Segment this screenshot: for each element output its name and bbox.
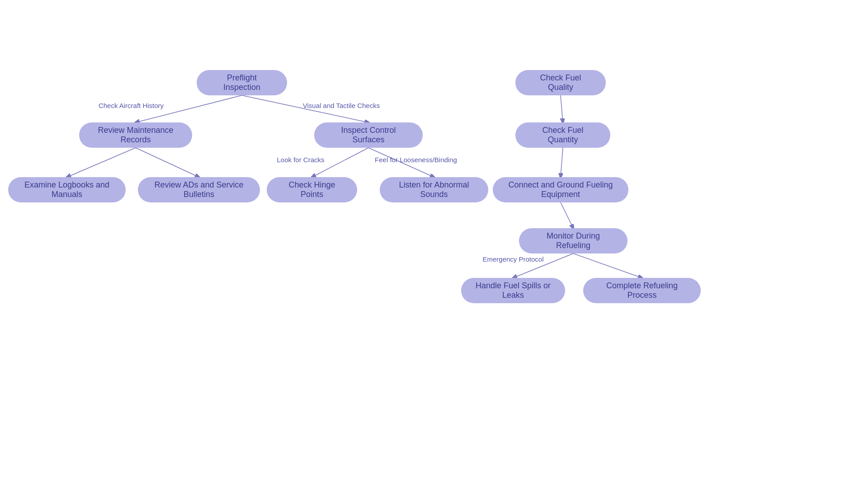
node-check-fuel-quality[interactable]: Check Fuel Quality [515, 70, 606, 95]
node-preflight[interactable]: Preflight Inspection [197, 70, 287, 95]
node-check-fuel-qty[interactable]: Check Fuel Quantity [515, 122, 610, 148]
node-listen-sounds[interactable]: Listen for Abnormal Sounds [380, 177, 488, 202]
svg-line-2 [67, 148, 136, 177]
node-review-ads[interactable]: Review ADs and Service Bulletins [138, 177, 260, 202]
label-visual-tactile: Visual and Tactile Checks [296, 102, 387, 109]
svg-line-3 [136, 148, 199, 177]
svg-line-7 [561, 148, 563, 177]
node-handle-spills[interactable]: Handle Fuel Spills or Leaks [461, 278, 565, 303]
node-review-maint[interactable]: Review Maintenance Records [79, 122, 192, 148]
label-emergency-protocol: Emergency Protocol [470, 255, 556, 263]
svg-line-10 [573, 253, 642, 278]
node-check-hinge[interactable]: Check Hinge Points [267, 177, 357, 202]
label-look-cracks: Look for Cracks [267, 156, 335, 164]
diagram: Preflight Inspection Review Maintenance … [0, 0, 868, 488]
node-examine-log[interactable]: Examine Logbooks and Manuals [8, 177, 126, 202]
node-monitor-refuel[interactable]: Monitor During Refueling [519, 228, 627, 253]
arrows-svg [0, 0, 868, 488]
node-complete-refuel[interactable]: Complete Refueling Process [583, 278, 701, 303]
node-connect-ground[interactable]: Connect and Ground Fueling Equipment [493, 177, 628, 202]
node-inspect-ctrl[interactable]: Inspect Control Surfaces [314, 122, 423, 148]
svg-line-6 [561, 95, 563, 122]
svg-line-8 [561, 202, 573, 228]
label-feel-looseness: Feel for Looseness/Binding [371, 156, 461, 164]
label-check-aircraft: Check Aircraft History [90, 102, 172, 109]
